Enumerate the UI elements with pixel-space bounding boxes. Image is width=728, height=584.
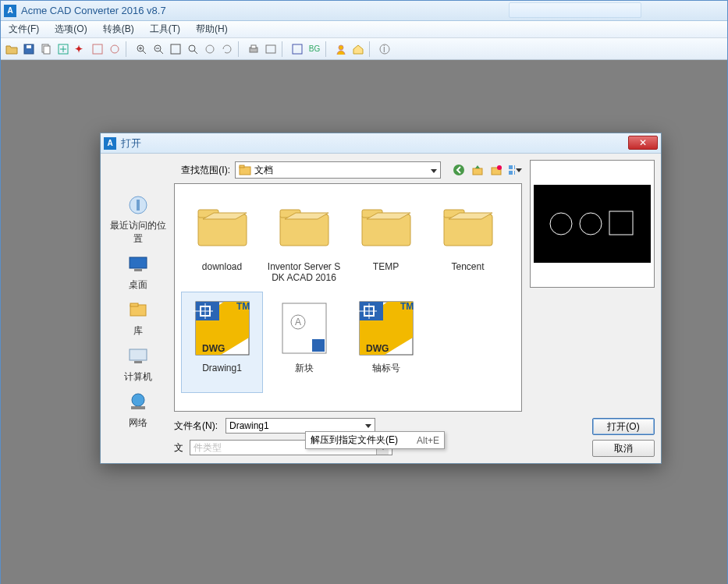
file-label: 新块	[295, 363, 314, 373]
menu-file[interactable]: 文件(F)	[5, 21, 42, 37]
svg-point-7	[111, 45, 119, 53]
save-icon[interactable]	[21, 41, 37, 57]
svg-text:DWG: DWG	[366, 343, 389, 354]
svg-text:✦: ✦	[75, 44, 83, 55]
libraries-icon	[126, 298, 151, 323]
dialog-titlebar[interactable]: A 打开 ✕	[101, 133, 661, 154]
export-icon[interactable]	[55, 41, 71, 57]
chevron-down-icon	[376, 441, 389, 455]
desktop-icon	[126, 252, 151, 277]
svg-rect-76	[609, 211, 633, 235]
chevron-down-icon	[431, 165, 437, 175]
folder-icon	[437, 196, 499, 258]
new-folder-icon[interactable]	[489, 163, 503, 177]
file-item[interactable]: TMDWG轴标号	[345, 292, 427, 393]
svg-point-18	[206, 45, 214, 53]
lookin-value: 文档	[254, 164, 273, 177]
svg-rect-32	[130, 349, 147, 360]
separator-icon	[238, 41, 243, 57]
svg-rect-15	[171, 44, 180, 54]
file-label: TEMP	[373, 261, 399, 272]
svg-rect-35	[131, 406, 145, 409]
svg-text:DWG: DWG	[202, 343, 225, 354]
svg-rect-1	[27, 45, 31, 48]
cancel-button[interactable]: 取消	[592, 440, 655, 457]
filetype-combo[interactable]: 件类型	[190, 440, 392, 455]
place-recent[interactable]: 最近访问的位置	[108, 191, 168, 247]
zoom-in-icon[interactable]	[133, 41, 149, 57]
file-item[interactable]: A新块	[263, 292, 345, 393]
file-label: Tencent	[451, 261, 484, 272]
svg-rect-20	[251, 45, 256, 48]
folder-icon	[191, 196, 254, 258]
place-desktop[interactable]: 桌面	[108, 250, 168, 293]
svg-rect-65	[312, 339, 325, 352]
rotate-icon[interactable]	[219, 41, 235, 57]
svg-line-13	[160, 51, 163, 54]
svg-rect-29	[134, 269, 142, 271]
svg-point-23	[339, 45, 343, 50]
file-item[interactable]: TEMP	[345, 190, 427, 292]
zoom-reset-icon[interactable]	[185, 41, 201, 57]
network-icon	[126, 390, 151, 415]
svg-text:i: i	[383, 44, 385, 55]
menu-options[interactable]: 选项(O)	[51, 21, 90, 37]
pdf-icon[interactable]: ✦	[73, 41, 88, 57]
svg-text:A: A	[295, 317, 301, 327]
user-icon[interactable]	[333, 41, 349, 57]
print-icon[interactable]	[246, 41, 261, 57]
folder-small-icon	[239, 165, 251, 175]
dialog-main: 查找范围(I): 文档 downloadInventor Server SDK …	[174, 160, 522, 457]
menu-help[interactable]: 帮助(H)	[193, 21, 231, 37]
svg-point-16	[189, 45, 195, 51]
svg-rect-42	[509, 165, 513, 169]
lookin-combo[interactable]: 文档	[235, 161, 441, 179]
svg-text:TM: TM	[400, 301, 414, 312]
dialog-title: 打开	[121, 136, 141, 150]
menu-convert[interactable]: 转换(B)	[100, 21, 137, 37]
menu-tools[interactable]: 工具(T)	[147, 21, 183, 37]
close-button[interactable]: ✕	[628, 136, 658, 150]
svg-point-41	[497, 165, 502, 170]
file-item[interactable]: Inventor Server SDK ACAD 2016	[263, 190, 345, 292]
tool-a-icon[interactable]	[90, 41, 105, 57]
about-icon[interactable]: i	[377, 41, 392, 57]
place-libraries[interactable]: 库	[108, 296, 168, 339]
zoom-out-icon[interactable]	[151, 41, 166, 57]
svg-rect-33	[134, 361, 142, 363]
up-icon[interactable]	[471, 163, 485, 177]
tool-b-icon[interactable]	[107, 41, 123, 57]
file-list[interactable]: downloadInventor Server SDK ACAD 2016TEM…	[174, 183, 522, 412]
place-network[interactable]: 网络	[108, 388, 168, 431]
nav-buttons	[452, 163, 522, 177]
app-titlebar[interactable]: A Acme CAD Converter 2016 v8.7	[1, 1, 727, 21]
file-label: Drawing1	[202, 363, 242, 373]
filename-input[interactable]: Drawing1	[226, 418, 375, 434]
view-menu-icon[interactable]	[508, 163, 522, 177]
file-item[interactable]: Tencent	[427, 190, 509, 292]
separator-icon	[325, 41, 330, 57]
bg-icon[interactable]: BG	[307, 41, 322, 57]
svg-rect-31	[130, 303, 138, 306]
folder-icon	[355, 196, 417, 258]
format-icon[interactable]	[263, 41, 279, 57]
svg-text:TM: TM	[236, 301, 250, 312]
computer-icon	[126, 344, 151, 369]
open-button[interactable]: 打开(O)	[592, 418, 655, 435]
open-dialog: A 打开 ✕ 最近访问的位置 桌面 库 计算机 网络	[100, 133, 662, 464]
home-icon[interactable]	[350, 41, 366, 57]
open-icon[interactable]	[4, 41, 20, 57]
preview-panel: 打开(O) 取消	[530, 160, 655, 457]
file-item[interactable]: download	[181, 190, 263, 292]
window-icon[interactable]	[289, 41, 305, 57]
place-computer[interactable]: 计算机	[108, 342, 168, 385]
svg-rect-22	[293, 44, 302, 54]
file-item[interactable]: TMDWGDrawing1	[181, 292, 263, 393]
file-label: 轴标号	[372, 363, 400, 373]
svg-rect-45	[514, 171, 515, 175]
hand-icon[interactable]	[202, 41, 218, 57]
zoom-fit-icon[interactable]	[168, 41, 183, 57]
back-icon[interactable]	[452, 163, 466, 177]
svg-rect-27	[137, 200, 140, 211]
copy-icon[interactable]	[38, 41, 54, 57]
